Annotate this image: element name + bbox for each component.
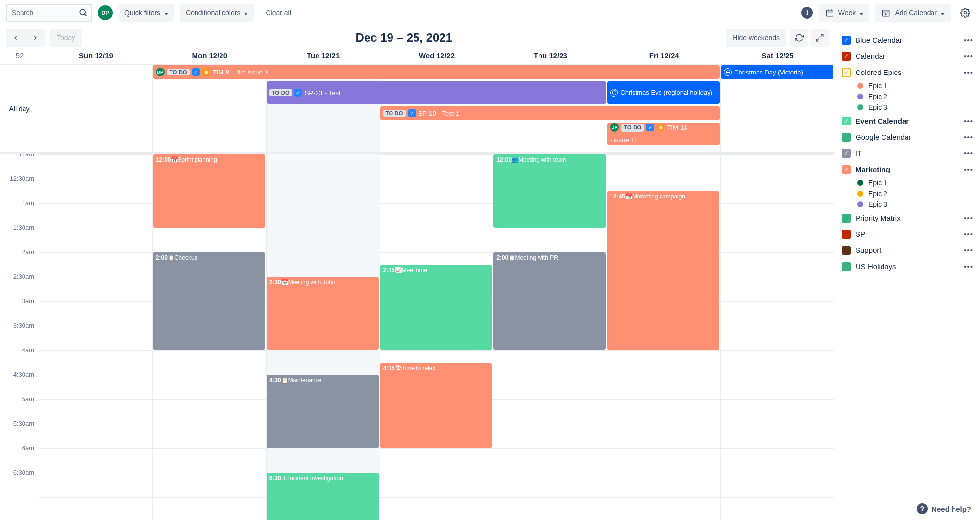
time-label: 4:30am [0,371,39,396]
calendar-list-item[interactable]: ✓Marketing••• [840,161,977,177]
all-day-section: All day DPTO DO✓≡TIM-8 - Jira issue 3Chr… [0,65,834,154]
event-key: SP-19 [418,110,436,117]
calendar-checkbox[interactable] [842,246,851,255]
event-type-icon: 👥 [512,156,518,163]
calendar-checkbox[interactable]: ✓ [842,68,851,77]
info-icon[interactable]: i [801,7,813,19]
timed-event[interactable]: 2:15 📈 Meet time [380,265,492,350]
calendar-list-item[interactable]: Support••• [840,242,977,258]
svg-line-1 [85,14,87,16]
day-column[interactable]: 12:45 📅 Marketing campaign [607,154,721,520]
calendar-list-item[interactable]: ✓Colored Epics••• [840,64,977,80]
event-key: TIM-8 [213,69,229,76]
timed-event[interactable]: 12:00 📅 Sprint planning [153,154,265,228]
day-column[interactable]: 12:00 👥 Meeting with team2:00 📋 Meeting … [493,154,607,520]
all-day-event[interactable]: Christmas Eve (regional holiday) [607,81,720,104]
epic-label: Epic 2 [868,190,887,198]
calendar-checkbox[interactable]: ✓ [842,165,851,174]
search-icon[interactable] [78,8,88,19]
calendar-list-item[interactable]: ✓Blue Calendar••• [840,32,977,48]
status-badge: TO DO [167,69,190,75]
more-options-icon[interactable]: ••• [962,148,975,158]
calendar-list-item[interactable]: US Holidays••• [840,258,977,274]
calendar-checkbox[interactable] [842,133,851,142]
calendar-checkbox[interactable] [842,230,851,239]
quick-filters-label: Quick filters [124,9,160,17]
all-day-event[interactable]: Christmas Day (Victoria) [721,65,833,79]
epic-list-item[interactable]: Epic 3 [840,102,977,113]
add-calendar-icon [881,8,891,18]
assignee-avatar: DP [156,68,165,76]
timed-event[interactable]: 2:30 📅 Meeting with John [267,277,379,350]
event-type-icon: 📅 [625,193,632,200]
timed-event[interactable]: 12:00 👥 Meeting with team [493,154,606,228]
day-column[interactable]: 2:15 📈 Meet time4:15 🏝 Time to relax [380,154,494,520]
svg-point-0 [80,9,85,15]
calendar-checkbox[interactable]: ✓ [842,149,851,158]
all-day-event[interactable]: DPTO DO✓≡TIM-13 - issue 13 [607,123,720,145]
add-calendar-button[interactable]: Add Calendar [875,4,951,22]
day-column[interactable]: 12:00 📅 Sprint planning2:00 📋 Checkup [153,154,267,520]
more-options-icon[interactable]: ••• [962,116,975,126]
next-week-button[interactable] [25,29,45,47]
calendar-list-item[interactable]: Priority Matrix••• [840,210,977,226]
timed-event[interactable]: 2:00 📋 Meeting with PR [493,252,606,350]
calendar-label: Google Calendar [856,133,911,141]
more-options-icon[interactable]: ••• [962,213,975,223]
more-options-icon[interactable]: ••• [962,35,975,45]
hide-weekends-button[interactable]: Hide weekends [726,29,786,47]
svg-line-12 [816,39,819,41]
calendar-list-item[interactable]: SP••• [840,226,977,242]
epic-list-item[interactable]: Epic 1 [840,80,977,91]
timed-event[interactable]: 12:45 📅 Marketing campaign [607,191,719,350]
more-options-icon[interactable]: ••• [962,67,975,77]
view-switcher[interactable]: Week [819,4,870,22]
calendar-list-item[interactable]: ✓IT••• [840,145,977,161]
more-options-icon[interactable]: ••• [962,132,975,142]
epic-list-item[interactable]: Epic 1 [840,177,977,188]
today-button[interactable]: Today [50,29,82,47]
day-column[interactable] [721,154,834,520]
clear-all-button[interactable]: Clear all [260,4,296,22]
more-options-icon[interactable]: ••• [962,229,975,239]
calendar-checkbox[interactable]: ✓ [842,36,851,45]
sync-button[interactable] [790,29,808,47]
expand-button[interactable] [811,29,829,47]
calendar-list-item[interactable]: ✓Calendar••• [840,48,977,64]
event-time: 4:30 [270,377,281,384]
more-options-icon[interactable]: ••• [962,245,975,255]
calendar-list-item[interactable]: ✓Event Calendar••• [840,113,977,129]
more-options-icon[interactable]: ••• [962,164,975,174]
globe-icon [610,89,618,97]
timed-event[interactable]: 6:30 ⚠ Incident investigation [267,473,379,520]
day-column[interactable]: 2:30 📅 Meeting with John4:30 📋 Maintenan… [267,154,380,520]
timed-event[interactable]: 4:15 🏝 Time to relax [380,363,492,448]
prev-week-button[interactable] [6,29,25,47]
calendar-checkbox[interactable] [842,262,851,271]
epic-list-item[interactable]: Epic 2 [840,188,977,199]
epic-list-item[interactable]: Epic 2 [840,91,977,102]
chevron-down-icon [859,9,863,17]
calendar-list-item[interactable]: Google Calendar••• [840,129,977,145]
more-options-icon[interactable]: ••• [962,261,975,272]
settings-button[interactable] [956,4,974,22]
user-avatar[interactable]: DP [98,5,113,20]
all-day-event[interactable]: TO DO✓SP-19 - Test 1 [380,106,720,120]
time-label: 3:30am [0,322,39,347]
calendar-checkbox[interactable] [842,214,851,223]
time-label: 4am [0,347,39,371]
timed-event[interactable]: 4:30 📋 Maintenance [267,375,379,448]
epic-list-item[interactable]: Epic 3 [840,199,977,210]
timed-event[interactable]: 2:00 📋 Checkup [153,252,265,350]
day-header: Sat 12/25 [721,48,834,64]
day-column[interactable] [39,154,153,520]
all-day-event[interactable]: DPTO DO✓≡TIM-8 - Jira issue 3 [153,65,720,79]
need-help-button[interactable]: ? Need help? [917,503,971,514]
globe-icon [724,68,732,76]
more-options-icon[interactable]: ••• [962,51,975,61]
quick-filters-button[interactable]: Quick filters [119,4,174,22]
calendar-checkbox[interactable]: ✓ [842,117,851,125]
calendar-checkbox[interactable]: ✓ [842,52,851,61]
all-day-event[interactable]: TO DO✓SP-23 - Test [267,81,607,104]
conditional-colors-button[interactable]: Conditional colors [180,4,254,22]
